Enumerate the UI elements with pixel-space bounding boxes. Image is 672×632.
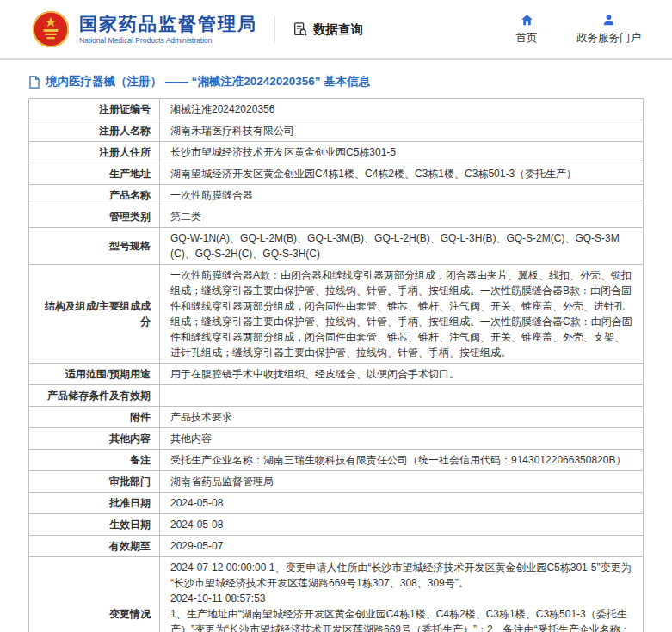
row-label: 注册人名称 <box>29 120 160 142</box>
row-value: 第二类 <box>160 206 644 228</box>
nav-gov-portal-label: 政务服务门户 <box>576 31 641 46</box>
row-value: 湖南禾瑞医疗科技有限公司 <box>160 120 644 142</box>
row-label: 结构及组成/主要组成成分 <box>29 265 160 364</box>
row-value: 2024-05-08 <box>160 493 644 514</box>
org-name-en: National Medical Products Administration <box>79 37 257 46</box>
table-row: 产品名称 一次性筋膜缝合器 <box>29 185 644 206</box>
nav-gov-portal[interactable]: 政务服务门户 <box>576 13 641 46</box>
table-row: 管理类别 第二类 <box>29 206 644 228</box>
nav-data-query[interactable]: 数据查询 <box>293 21 363 38</box>
row-value: 用于在腹腔镜手术中收拢组织、经皮缝合、以便闭合手术切口。 <box>160 364 644 385</box>
row-value: 湖南望城经济开发区黄金创业园C4栋1楼、C4栋2楼、C3栋1楼、C3栋501-3… <box>160 163 644 185</box>
row-label: 生产地址 <box>29 163 160 185</box>
row-label: 变更情况 <box>29 557 160 632</box>
row-value: 2024-07-12 00:00:00 1、变更申请人住所由“长沙市望城经济技术… <box>160 557 644 632</box>
user-icon <box>601 13 616 28</box>
brand-text: 国家药品监督管理局 National Medical Products Admi… <box>79 14 257 46</box>
org-name-cn: 国家药品监督管理局 <box>79 14 257 34</box>
row-label: 生效日期 <box>29 514 160 536</box>
table-row: 生效日期 2024-05-08 <box>29 514 644 536</box>
page-title: 境内医疗器械（注册） —— “湘械注准20242020356” 基本信息 <box>28 74 644 89</box>
nmpa-emblem-logo <box>31 9 71 49</box>
home-icon <box>520 13 534 28</box>
document-search-icon <box>293 21 308 37</box>
row-value: 长沙市望城经济技术开发区黄金创业园C5栋301-5 <box>160 142 644 163</box>
row-value: 一次性筋膜缝合器A款：由闭合器和缝线穿引器两部分组成，闭合器由夹片、翼板、线扣、… <box>160 265 644 364</box>
row-value: 一次性筋膜缝合器 <box>160 185 644 206</box>
table-row: 注册人住所 长沙市望城经济技术开发区黄金创业园C5栋301-5 <box>29 142 644 163</box>
nav-home-label: 首页 <box>516 31 538 46</box>
table-row: 适用范围/预期用途 用于在腹腔镜手术中收拢组织、经皮缝合、以便闭合手术切口。 <box>29 364 644 385</box>
document-icon <box>28 76 40 89</box>
page-title-text: 境内医疗器械（注册） —— “湘械注准20242020356” 基本信息 <box>46 74 370 89</box>
row-label: 产品名称 <box>29 185 160 206</box>
row-label: 附件 <box>29 407 160 428</box>
row-label: 管理类别 <box>29 206 160 228</box>
table-row: 备注 受托生产企业名称：湖南三瑞生物科技有限责任公司（统一社会信用代码：9143… <box>29 450 644 471</box>
row-value <box>160 385 644 407</box>
header-divider <box>274 15 275 43</box>
nav-home[interactable]: 首页 <box>508 13 546 46</box>
row-label: 有效期至 <box>29 536 160 557</box>
row-label: 审批部门 <box>29 471 160 493</box>
table-row: 结构及组成/主要组成成分 一次性筋膜缝合器A款：由闭合器和缝线穿引器两部分组成，… <box>29 265 644 364</box>
row-label: 注册人住所 <box>29 142 160 163</box>
main-content: 境内医疗器械（注册） —— “湘械注准20242020356” 基本信息 注册证… <box>0 60 672 632</box>
row-value: 湘械注准20242020356 <box>160 99 644 120</box>
table-row: 其他内容 其他内容 <box>29 428 644 450</box>
table-row: 附件 产品技术要求 <box>29 407 644 428</box>
row-label: 产品储存条件及有效期 <box>29 385 160 407</box>
row-label: 注册证编号 <box>29 99 160 120</box>
table-row: 有效期至 2029-05-07 <box>29 536 644 557</box>
row-label: 批准日期 <box>29 493 160 514</box>
row-value: 其他内容 <box>160 428 644 450</box>
row-value: GQ-W-1N(A)、GQ-L-2M(B)、GQ-L-3M(B)、GQ-L-2H… <box>160 228 644 265</box>
table-row: 产品储存条件及有效期 <box>29 385 644 407</box>
table-row: 注册证编号 湘械注准20242020356 <box>29 99 644 120</box>
row-value: 2024-05-08 <box>160 514 644 536</box>
table-row: 变更情况 2024-07-12 00:00:00 1、变更申请人住所由“长沙市望… <box>29 557 644 632</box>
row-label: 其他内容 <box>29 428 160 450</box>
table-row: 型号规格 GQ-W-1N(A)、GQ-L-2M(B)、GQ-L-3M(B)、GQ… <box>29 228 644 265</box>
site-header: 国家药品监督管理局 National Medical Products Admi… <box>0 0 672 60</box>
row-value: 产品技术要求 <box>160 407 644 428</box>
row-value: 2029-05-07 <box>160 536 644 557</box>
table-row: 审批部门 湖南省药品监督管理局 <box>29 471 644 493</box>
row-value: 湖南省药品监督管理局 <box>160 471 644 493</box>
row-label: 型号规格 <box>29 228 160 265</box>
header-nav: 首页 政务服务门户 <box>508 13 646 46</box>
row-label: 备注 <box>29 450 160 471</box>
row-value: 受托生产企业名称：湖南三瑞生物科技有限责任公司（统一社会信用代码：9143012… <box>160 450 644 471</box>
site-brand-link[interactable]: 国家药品监督管理局 National Medical Products Admi… <box>31 9 257 49</box>
table-row: 注册人名称 湖南禾瑞医疗科技有限公司 <box>29 120 644 142</box>
row-label: 适用范围/预期用途 <box>29 364 160 385</box>
data-query-label: 数据查询 <box>313 21 363 38</box>
registration-info-table: 注册证编号 湘械注准20242020356 注册人名称 湖南禾瑞医疗科技有限公司… <box>28 98 644 632</box>
table-row: 批准日期 2024-05-08 <box>29 493 644 514</box>
table-row: 生产地址 湖南望城经济开发区黄金创业园C4栋1楼、C4栋2楼、C3栋1楼、C3栋… <box>29 163 644 185</box>
